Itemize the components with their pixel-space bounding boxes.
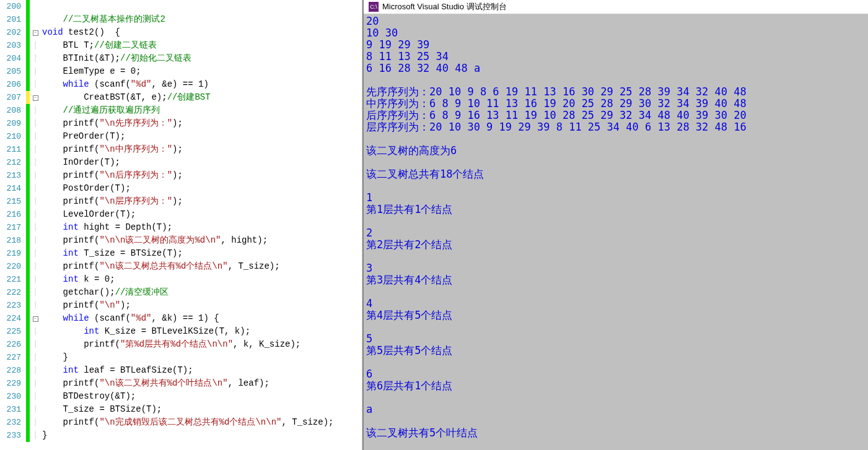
change-marker — [26, 195, 30, 208]
code-line[interactable]: while (scanf("%d", &e) == 1) — [42, 78, 362, 91]
code-line[interactable]: T_size = BTSize(T); — [42, 403, 362, 416]
fold-guide: │ — [33, 208, 38, 221]
line-number: 225 — [0, 325, 21, 338]
line-number: 223 — [0, 299, 21, 312]
line-number: 229 — [0, 377, 21, 390]
fold-guide: │ — [33, 169, 38, 182]
code-line[interactable]: } — [42, 351, 362, 364]
fold-guide: │ — [33, 39, 38, 52]
code-line[interactable]: int k = 0; — [42, 273, 362, 286]
line-number: 221 — [0, 273, 21, 286]
change-marker — [26, 260, 30, 273]
code-line[interactable]: printf("\n该二叉树总共有%d个结点\n", T_size); — [42, 260, 362, 273]
code-line[interactable]: int T_size = BTSize(T); — [42, 247, 362, 260]
change-marker — [26, 39, 30, 52]
line-number: 207 — [0, 91, 21, 104]
code-line[interactable]: printf("\n后序序列为："); — [42, 169, 362, 182]
code-line[interactable]: printf("\n中序序列为："); — [42, 143, 362, 156]
code-line[interactable]: printf("\n先序序列为："); — [42, 117, 362, 130]
line-number: 210 — [0, 130, 21, 143]
code-line[interactable]: ElemType e = 0; — [42, 65, 362, 78]
code-line[interactable]: getchar();//清空缓冲区 — [42, 286, 362, 299]
code-line[interactable]: //通过遍历获取遍历序列 — [42, 104, 362, 117]
fold-guide: │ — [33, 195, 38, 208]
fold-guide: │ — [33, 429, 38, 442]
line-number: 219 — [0, 247, 21, 260]
code-line[interactable]: } — [42, 429, 362, 442]
line-number: 213 — [0, 169, 21, 182]
line-number: 233 — [0, 429, 21, 442]
line-number: 224 — [0, 312, 21, 325]
change-marker — [26, 130, 30, 143]
code-line[interactable]: LevelOrder(T); — [42, 208, 362, 221]
fold-column[interactable]: -││││-││││││││││││││││-│││││││││ — [31, 0, 40, 450]
line-number: 202 — [0, 26, 21, 39]
code-line[interactable]: printf("\n层序序列为："); — [42, 195, 362, 208]
line-number: 230 — [0, 390, 21, 403]
code-line[interactable]: CreatBST(&T, e);//创建BST — [42, 91, 362, 104]
fold-guide: │ — [33, 104, 38, 117]
change-marker — [26, 78, 30, 91]
fold-guide: │ — [33, 143, 38, 156]
change-marker — [26, 52, 30, 65]
code-editor[interactable]: 2002012022032042052062072082092102112122… — [0, 0, 362, 450]
code-line[interactable]: PreOrder(T); — [42, 130, 362, 143]
change-marker — [26, 286, 30, 299]
code-line[interactable]: BTInit(&T);//初始化二叉链表 — [42, 52, 362, 65]
fold-guide: │ — [33, 221, 38, 234]
fold-toggle-icon[interactable]: - — [33, 316, 38, 322]
fold-guide: │ — [33, 52, 38, 65]
console-title-text: Microsoft Visual Studio 调试控制台 — [382, 1, 507, 12]
fold-guide: │ — [33, 351, 38, 364]
line-number: 200 — [0, 0, 21, 13]
code-line[interactable]: void test2() { — [42, 26, 362, 39]
line-number: 214 — [0, 182, 21, 195]
line-numbers: 2002012022032042052062072082092102112122… — [0, 0, 25, 442]
line-number: 226 — [0, 338, 21, 351]
code-line[interactable]: printf("\n\n该二叉树的高度为%d\n", hight); — [42, 234, 362, 247]
fold-guide: │ — [33, 416, 38, 429]
editor-gutter: 2002012022032042052062072082092102112122… — [0, 0, 25, 450]
code-line[interactable]: int leaf = BTLeafSize(T); — [42, 364, 362, 377]
console-titlebar: C:\ Microsoft Visual Studio 调试控制台 — [364, 0, 868, 14]
code-line[interactable]: int K_size = BTLevelKSize(T, k); — [42, 325, 362, 338]
console-output[interactable]: 20 10 30 9 19 29 39 8 11 13 25 34 6 16 2… — [364, 14, 868, 450]
fold-guide: │ — [33, 156, 38, 169]
code-line[interactable]: BTL T;//创建二叉链表 — [42, 39, 362, 52]
console-icon: C:\ — [369, 2, 379, 12]
change-marker — [26, 208, 30, 221]
code-line[interactable]: printf("\n该二叉树共有%d个叶结点\n", leaf); — [42, 377, 362, 390]
code-line[interactable]: InOrder(T); — [42, 156, 362, 169]
change-marker — [26, 364, 30, 377]
line-number: 220 — [0, 260, 21, 273]
code-line[interactable]: printf("\n"); — [42, 299, 362, 312]
code-line[interactable] — [42, 0, 362, 13]
code-line[interactable]: printf("\n完成销毁后该二叉树总共有%d个结点\n\n", T_size… — [42, 416, 362, 429]
change-marker — [26, 351, 30, 364]
line-number: 205 — [0, 65, 21, 78]
code-area[interactable]: //二叉树基本操作的测试2void test2() { BTL T;//创建二叉… — [40, 0, 362, 450]
code-line[interactable]: //二叉树基本操作的测试2 — [42, 13, 362, 26]
fold-toggle-icon[interactable]: - — [33, 95, 38, 101]
debug-console[interactable]: C:\ Microsoft Visual Studio 调试控制台 20 10 … — [362, 0, 868, 450]
code-line[interactable]: while (scanf("%d", &k) == 1) { — [42, 312, 362, 325]
fold-guide: │ — [33, 390, 38, 403]
fold-toggle-icon[interactable]: - — [33, 30, 38, 36]
code-line[interactable]: PostOrder(T); — [42, 182, 362, 195]
fold-guide: │ — [33, 182, 38, 195]
line-number: 218 — [0, 234, 21, 247]
change-marker — [26, 312, 30, 325]
fold-guide: │ — [33, 130, 38, 143]
change-marker — [26, 390, 30, 403]
line-number: 232 — [0, 416, 21, 429]
code-line[interactable]: printf("第%d层共有%d个结点\n\n", k, K_size); — [42, 338, 362, 351]
line-number: 201 — [0, 13, 21, 26]
code-line[interactable]: int hight = Depth(T); — [42, 221, 362, 234]
change-marker — [26, 221, 30, 234]
change-marker — [26, 13, 30, 26]
change-marker — [26, 377, 30, 390]
code-line[interactable]: BTDestroy(&T); — [42, 390, 362, 403]
fold-guide: │ — [33, 403, 38, 416]
line-number: 208 — [0, 104, 21, 117]
fold-guide: │ — [33, 286, 38, 299]
